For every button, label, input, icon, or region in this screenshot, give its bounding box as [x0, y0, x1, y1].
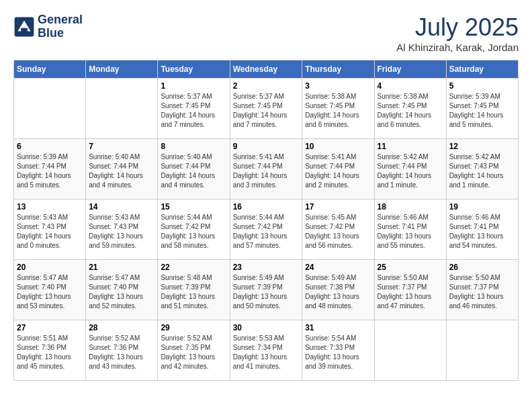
day-number: 7	[89, 142, 154, 151]
day-number: 9	[233, 142, 300, 151]
week-row-3: 13Sunrise: 5:43 AM Sunset: 7:43 PM Dayli…	[14, 199, 519, 260]
day-number: 1	[161, 81, 226, 91]
calendar-cell: 23Sunrise: 5:49 AM Sunset: 7:39 PM Dayli…	[230, 260, 302, 320]
weekday-header-wednesday: Wednesday	[230, 60, 302, 79]
calendar-cell: 2Sunrise: 5:37 AM Sunset: 7:45 PM Daylig…	[230, 79, 302, 139]
day-info: Sunrise: 5:46 AM Sunset: 7:41 PM Dayligh…	[449, 213, 515, 250]
calendar-cell: 30Sunrise: 5:53 AM Sunset: 7:34 PM Dayli…	[230, 320, 302, 381]
day-number: 11	[378, 142, 443, 151]
day-info: Sunrise: 5:43 AM Sunset: 7:43 PM Dayligh…	[17, 213, 83, 250]
calendar-cell: 6Sunrise: 5:39 AM Sunset: 7:44 PM Daylig…	[14, 139, 86, 199]
weekday-header-monday: Monday	[86, 60, 158, 79]
calendar-cell: 15Sunrise: 5:44 AM Sunset: 7:42 PM Dayli…	[158, 199, 230, 260]
calendar-cell: 9Sunrise: 5:41 AM Sunset: 7:44 PM Daylig…	[230, 139, 302, 199]
day-number: 5	[449, 81, 515, 91]
calendar-cell: 20Sunrise: 5:47 AM Sunset: 7:40 PM Dayli…	[14, 260, 86, 320]
calendar-cell: 29Sunrise: 5:52 AM Sunset: 7:35 PM Dayli…	[158, 320, 230, 381]
calendar-cell: 24Sunrise: 5:49 AM Sunset: 7:38 PM Dayli…	[302, 260, 374, 320]
calendar-cell	[86, 79, 158, 139]
week-row-2: 6Sunrise: 5:39 AM Sunset: 7:44 PM Daylig…	[14, 139, 519, 199]
calendar-cell: 22Sunrise: 5:48 AM Sunset: 7:39 PM Dayli…	[158, 260, 230, 320]
location: Al Khinzirah, Karak, Jordan	[396, 42, 519, 53]
weekday-header-tuesday: Tuesday	[158, 60, 230, 79]
day-number: 2	[233, 81, 300, 91]
day-info: Sunrise: 5:46 AM Sunset: 7:41 PM Dayligh…	[378, 213, 443, 250]
week-row-1: 1Sunrise: 5:37 AM Sunset: 7:45 PM Daylig…	[14, 79, 519, 139]
day-number: 27	[17, 323, 83, 332]
day-number: 13	[17, 202, 83, 212]
weekday-header-friday: Friday	[374, 60, 446, 79]
day-number: 22	[161, 263, 226, 272]
day-number: 16	[233, 202, 300, 212]
week-row-4: 20Sunrise: 5:47 AM Sunset: 7:40 PM Dayli…	[14, 260, 519, 320]
day-number: 3	[305, 81, 371, 91]
day-number: 12	[449, 142, 515, 151]
calendar-cell: 8Sunrise: 5:40 AM Sunset: 7:44 PM Daylig…	[158, 139, 230, 199]
calendar-cell: 18Sunrise: 5:46 AM Sunset: 7:41 PM Dayli…	[374, 199, 446, 260]
day-info: Sunrise: 5:52 AM Sunset: 7:35 PM Dayligh…	[161, 334, 226, 371]
title-block: July 2025 Al Khinzirah, Karak, Jordan	[396, 13, 519, 53]
day-number: 8	[161, 142, 226, 151]
calendar-cell: 26Sunrise: 5:50 AM Sunset: 7:37 PM Dayli…	[446, 260, 518, 320]
calendar-cell	[14, 79, 86, 139]
day-info: Sunrise: 5:53 AM Sunset: 7:34 PM Dayligh…	[233, 334, 300, 371]
day-number: 28	[89, 323, 154, 332]
calendar-cell: 10Sunrise: 5:41 AM Sunset: 7:44 PM Dayli…	[302, 139, 374, 199]
calendar-cell: 5Sunrise: 5:39 AM Sunset: 7:45 PM Daylig…	[446, 79, 518, 139]
calendar-cell: 16Sunrise: 5:44 AM Sunset: 7:42 PM Dayli…	[230, 199, 302, 260]
day-number: 31	[305, 323, 371, 332]
day-number: 10	[305, 142, 371, 151]
day-number: 15	[161, 202, 226, 212]
day-number: 17	[305, 202, 371, 212]
calendar-cell: 28Sunrise: 5:52 AM Sunset: 7:36 PM Dayli…	[86, 320, 158, 381]
page-header: General Blue July 2025 Al Khinzirah, Kar…	[13, 13, 519, 53]
day-number: 14	[89, 202, 154, 212]
calendar-table: SundayMondayTuesdayWednesdayThursdayFrid…	[13, 60, 519, 381]
day-number: 23	[233, 263, 300, 272]
day-info: Sunrise: 5:52 AM Sunset: 7:36 PM Dayligh…	[89, 334, 154, 371]
calendar-cell: 14Sunrise: 5:43 AM Sunset: 7:43 PM Dayli…	[86, 199, 158, 260]
day-info: Sunrise: 5:51 AM Sunset: 7:36 PM Dayligh…	[17, 334, 83, 371]
day-info: Sunrise: 5:41 AM Sunset: 7:44 PM Dayligh…	[233, 152, 300, 190]
calendar-cell: 7Sunrise: 5:40 AM Sunset: 7:44 PM Daylig…	[86, 139, 158, 199]
day-info: Sunrise: 5:44 AM Sunset: 7:42 PM Dayligh…	[161, 213, 226, 250]
day-number: 26	[449, 263, 515, 272]
day-info: Sunrise: 5:37 AM Sunset: 7:45 PM Dayligh…	[233, 92, 300, 130]
day-info: Sunrise: 5:49 AM Sunset: 7:38 PM Dayligh…	[305, 273, 371, 311]
day-info: Sunrise: 5:42 AM Sunset: 7:44 PM Dayligh…	[378, 152, 443, 190]
week-row-5: 27Sunrise: 5:51 AM Sunset: 7:36 PM Dayli…	[14, 320, 519, 381]
day-info: Sunrise: 5:42 AM Sunset: 7:43 PM Dayligh…	[449, 152, 515, 190]
day-info: Sunrise: 5:47 AM Sunset: 7:40 PM Dayligh…	[89, 273, 154, 311]
day-number: 24	[305, 263, 371, 272]
calendar-cell: 27Sunrise: 5:51 AM Sunset: 7:36 PM Dayli…	[14, 320, 86, 381]
day-info: Sunrise: 5:48 AM Sunset: 7:39 PM Dayligh…	[161, 273, 226, 311]
calendar-cell: 3Sunrise: 5:38 AM Sunset: 7:45 PM Daylig…	[302, 79, 374, 139]
calendar-cell: 31Sunrise: 5:54 AM Sunset: 7:33 PM Dayli…	[302, 320, 374, 381]
weekday-header-saturday: Saturday	[446, 60, 518, 79]
day-number: 29	[161, 323, 226, 332]
calendar-cell	[446, 320, 518, 381]
calendar-cell: 1Sunrise: 5:37 AM Sunset: 7:45 PM Daylig…	[158, 79, 230, 139]
day-info: Sunrise: 5:50 AM Sunset: 7:37 PM Dayligh…	[378, 273, 443, 311]
day-info: Sunrise: 5:39 AM Sunset: 7:44 PM Dayligh…	[17, 152, 83, 190]
calendar-cell: 25Sunrise: 5:50 AM Sunset: 7:37 PM Dayli…	[374, 260, 446, 320]
weekday-header-thursday: Thursday	[302, 60, 374, 79]
day-number: 4	[378, 81, 443, 91]
day-number: 6	[17, 142, 83, 151]
calendar-cell: 11Sunrise: 5:42 AM Sunset: 7:44 PM Dayli…	[374, 139, 446, 199]
day-info: Sunrise: 5:43 AM Sunset: 7:43 PM Dayligh…	[89, 213, 154, 250]
day-number: 18	[378, 202, 443, 212]
day-number: 20	[17, 263, 83, 272]
day-number: 21	[89, 263, 154, 272]
day-number: 30	[233, 323, 300, 332]
calendar-cell: 13Sunrise: 5:43 AM Sunset: 7:43 PM Dayli…	[14, 199, 86, 260]
day-info: Sunrise: 5:54 AM Sunset: 7:33 PM Dayligh…	[305, 334, 371, 371]
day-info: Sunrise: 5:41 AM Sunset: 7:44 PM Dayligh…	[305, 152, 371, 190]
logo-icon	[13, 16, 35, 38]
day-info: Sunrise: 5:49 AM Sunset: 7:39 PM Dayligh…	[233, 273, 300, 311]
day-info: Sunrise: 5:45 AM Sunset: 7:42 PM Dayligh…	[305, 213, 371, 250]
day-info: Sunrise: 5:50 AM Sunset: 7:37 PM Dayligh…	[449, 273, 515, 311]
calendar-cell: 4Sunrise: 5:38 AM Sunset: 7:45 PM Daylig…	[374, 79, 446, 139]
calendar-cell: 12Sunrise: 5:42 AM Sunset: 7:43 PM Dayli…	[446, 139, 518, 199]
day-info: Sunrise: 5:38 AM Sunset: 7:45 PM Dayligh…	[378, 92, 443, 130]
